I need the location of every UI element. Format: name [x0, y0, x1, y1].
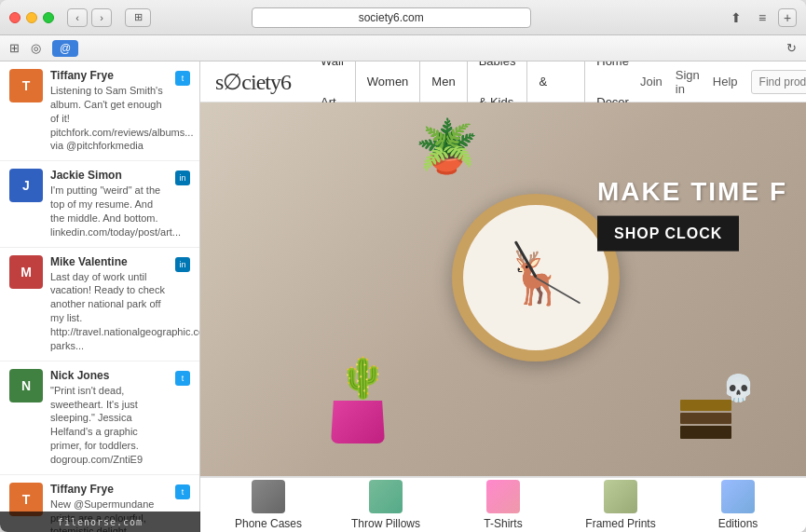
forward-button[interactable]: ›: [91, 8, 112, 27]
s6-nav-right: JoinSign inHelp: [640, 68, 806, 96]
reading-list-icon[interactable]: ≡: [752, 7, 772, 28]
feed-item: M Mike Valentine Last day of work until …: [0, 248, 199, 361]
feed-content: Mike Valentine Last day of work until va…: [50, 255, 168, 353]
category-framed-prints[interactable]: Framed Prints: [562, 480, 679, 530]
feed-item: T Tiffany Frye Listening to Sam Smith's …: [0, 61, 199, 161]
linkedin-icon[interactable]: in: [175, 257, 190, 272]
s6-nav-link-women[interactable]: Women: [356, 61, 421, 102]
new-tab-button[interactable]: +: [778, 8, 797, 27]
toolbar-right: ⬆ ≡ +: [726, 7, 797, 28]
social-sidebar: T Tiffany Frye Listening to Sam Smith's …: [0, 61, 200, 532]
category-phone-cases[interactable]: Phone Cases: [210, 480, 327, 530]
twitter-icon[interactable]: t: [175, 71, 190, 86]
feed-name: Tiffany Frye: [50, 483, 168, 496]
share-button[interactable]: ◎: [31, 41, 41, 55]
feed-text: "Print isn't dead, sweetheart. It's just…: [50, 384, 168, 467]
feed-name: Nick Jones: [50, 369, 168, 382]
traffic-lights: [9, 12, 54, 23]
feed-name: Jackie Simon: [50, 169, 168, 182]
product-search-input[interactable]: [751, 70, 806, 94]
feed-name: Tiffany Frye: [50, 69, 168, 82]
category-editions[interactable]: Editions: [679, 480, 797, 530]
refresh-button[interactable]: ↻: [786, 41, 797, 55]
minimize-button[interactable]: [26, 12, 37, 23]
s6-nav-link-help[interactable]: Help: [713, 75, 738, 89]
s6-nav-link-join[interactable]: Join: [640, 75, 663, 89]
browser-window: ‹ › ⊞ society6.com ⬆ ≡ + ⊞ ◎ @ ↻ T Tiffa…: [0, 0, 806, 532]
email-bookmark-button[interactable]: @: [52, 40, 78, 57]
avatar: T: [9, 69, 43, 102]
hero-text-area: MAKE TIME F SHOP CLOCK: [597, 178, 787, 252]
feed-item: N Nick Jones "Print isn't dead, sweethea…: [0, 361, 199, 475]
hero-headline: MAKE TIME F: [597, 178, 787, 207]
books-decoration: [680, 400, 731, 439]
skull-decoration: 💀: [722, 373, 755, 403]
category-label-throw-pillows: Throw Pillows: [351, 517, 420, 530]
s6-navbar: s∅ciety6 Wall ArtWomenMenBabies & KidsCa…: [200, 61, 806, 102]
feed-content: Jackie Simon I'm putting "weird" at the …: [50, 169, 168, 239]
fullscreen-button[interactable]: [43, 12, 54, 23]
s6-nav-link-men[interactable]: Men: [420, 61, 467, 102]
tab-overview-button[interactable]: ⊞: [125, 8, 151, 27]
bookmarks-bar: ⊞ ◎ @ ↻: [0, 35, 806, 61]
hero-background: 🌵 🪴 🦌: [200, 102, 806, 476]
address-bar[interactable]: society6.com: [252, 7, 531, 28]
feed-item: J Jackie Simon I'm putting "weird" at th…: [0, 161, 199, 247]
titlebar: ‹ › ⊞ society6.com ⬆ ≡ +: [0, 0, 806, 35]
category-bar: Phone CasesThrow PillowsT-ShirtsFramed P…: [200, 476, 806, 532]
s6-nav-link-sign-in[interactable]: Sign in: [676, 68, 700, 96]
share-icon[interactable]: ⬆: [726, 7, 746, 28]
category-icon-editions: [721, 480, 755, 513]
twitter-icon[interactable]: t: [175, 484, 190, 499]
category-label-phone-cases: Phone Cases: [235, 517, 302, 530]
feed-text: Listening to Sam Smith's album. Can't ge…: [50, 84, 168, 153]
category-icon-framed-prints: [604, 480, 637, 513]
hero-banner: 🌵 🪴 🦌: [200, 102, 806, 476]
twitter-icon[interactable]: t: [175, 371, 190, 386]
category-t-shirts[interactable]: T-Shirts: [444, 480, 562, 530]
feed-text: Last day of work until vacation! Ready t…: [50, 270, 168, 353]
category-throw-pillows[interactable]: Throw Pillows: [327, 480, 444, 530]
hero-cta-button[interactable]: SHOP CLOCK: [597, 216, 739, 252]
category-icon-throw-pillows: [369, 480, 403, 513]
feed-text: I'm putting "weird" at the top of my res…: [50, 184, 168, 239]
browser-content: s∅ciety6 Wall ArtWomenMenBabies & KidsCa…: [200, 61, 806, 532]
category-label-t-shirts: T-Shirts: [484, 517, 522, 530]
category-label-editions: Editions: [718, 517, 758, 530]
linkedin-icon[interactable]: in: [175, 171, 190, 185]
category-icon-t-shirts: [486, 480, 520, 513]
clock-decoration: 🦌: [452, 130, 620, 425]
main-area: T Tiffany Frye Listening to Sam Smith's …: [0, 61, 806, 532]
feed-name: Mike Valentine: [50, 255, 168, 268]
s6-logo[interactable]: s∅ciety6: [215, 69, 291, 95]
plant-decoration: 🌵: [331, 355, 385, 443]
watermark: filenorse.com: [0, 512, 200, 532]
reader-view-button[interactable]: ⊞: [9, 41, 20, 55]
category-icon-phone-cases: [252, 480, 285, 513]
close-button[interactable]: [9, 12, 20, 23]
clock-frame: 🦌: [452, 194, 620, 361]
back-button[interactable]: ‹: [67, 8, 88, 27]
feed-content: Tiffany Frye Listening to Sam Smith's al…: [50, 69, 168, 153]
avatar: N: [9, 369, 43, 402]
category-label-framed-prints: Framed Prints: [585, 517, 655, 530]
avatar: J: [9, 169, 43, 202]
feed-list: T Tiffany Frye Listening to Sam Smith's …: [0, 61, 200, 532]
avatar: M: [9, 255, 43, 289]
feed-content: Nick Jones "Print isn't dead, sweetheart…: [50, 369, 168, 467]
